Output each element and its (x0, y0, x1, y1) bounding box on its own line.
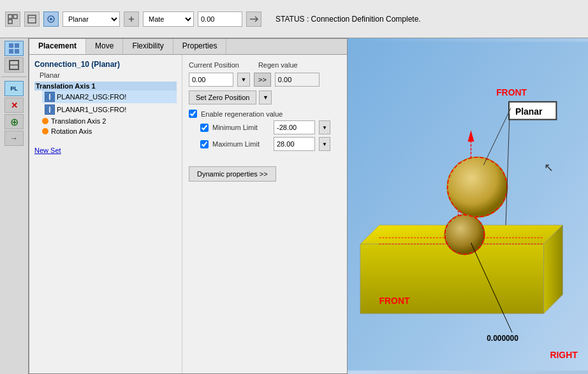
toolbar-icon-5[interactable] (246, 11, 261, 27)
tree-sub-item-2[interactable]: PLANAR1_USG:FRO! (42, 103, 177, 116)
left-icon-pl[interactable]: PL (4, 81, 24, 96)
svg-text:FRONT: FRONT (496, 87, 527, 97)
tree-sub-item-1[interactable]: PLANAR2_USG:FRO! (42, 90, 177, 103)
enable-regen-label: Enable regeneration value (201, 110, 283, 118)
status-text: STATUS : Connection Definition Complete. (276, 15, 421, 24)
tree-panel: Connection_10 (Planar) Planar Translatio… (29, 55, 182, 373)
position-input[interactable] (189, 73, 233, 87)
max-limit-row: Maximum Limit ▼ (200, 137, 341, 151)
dot-axis3 (42, 128, 48, 134)
svg-rect-13 (15, 49, 19, 54)
left-panel: PL ✕ ⊕ → (0, 38, 29, 374)
svg-rect-1 (13, 15, 17, 18)
svg-text:FRONT: FRONT (379, 296, 410, 306)
left-icon-add[interactable]: ⊕ (4, 114, 24, 129)
svg-rect-10 (9, 43, 13, 48)
position-dropdown-btn[interactable]: ▼ (237, 73, 250, 87)
dot-axis2 (42, 118, 48, 124)
arrow-button[interactable]: >> (254, 73, 271, 87)
sub-icon-2 (45, 104, 55, 115)
min-limit-checkbox[interactable] (200, 124, 209, 132)
tab-move[interactable]: Move (86, 39, 123, 54)
viewport[interactable]: FRONT Planar FRONT RIGHT 0.000000 ↖ (348, 38, 588, 374)
config-panel: Current Position Regen value ▼ >> Set Ze… (182, 55, 347, 373)
toolbar-icon-3[interactable] (43, 11, 59, 27)
min-limit-input[interactable] (274, 120, 315, 134)
new-set-link[interactable]: New Set (34, 147, 177, 154)
left-icon-arrow[interactable]: → (4, 131, 24, 146)
svg-rect-12 (9, 49, 13, 54)
tree-title: Connection_10 (Planar) (34, 60, 177, 69)
svg-text:0.000000: 0.000000 (487, 334, 518, 343)
dynamic-properties-button[interactable]: Dynamic properties >> (189, 166, 276, 182)
tree-axis2[interactable]: Translation Axis 2 (40, 116, 177, 126)
regen-input[interactable] (275, 73, 320, 87)
left-icon-2[interactable] (4, 57, 24, 73)
max-limit-dropdown[interactable]: ▼ (319, 137, 330, 151)
current-position-label: Current Position (189, 61, 239, 69)
set-zero-button[interactable]: Set Zero Position (189, 90, 256, 104)
set-zero-dropdown[interactable]: ▼ (259, 90, 272, 104)
svg-rect-3 (28, 15, 36, 23)
toolbar-icon-4[interactable] (124, 11, 139, 27)
position-row: ▼ >> (189, 73, 341, 87)
left-icon-x[interactable]: ✕ (4, 97, 24, 113)
tree-subtitle: Planar (40, 71, 177, 79)
toolbar-icon-2[interactable] (24, 11, 40, 27)
sub-icon-1 (45, 92, 55, 102)
tab-flexibility[interactable]: Flexibility (123, 39, 173, 54)
toolbar-icon-1[interactable] (5, 11, 20, 27)
placement-dropdown[interactable]: Planar (62, 11, 120, 27)
viewport-svg: FRONT Planar FRONT RIGHT 0.000000 ↖ (348, 38, 588, 374)
enable-regen-row: Enable regeneration value (189, 110, 341, 118)
left-icon-model[interactable] (4, 41, 24, 56)
svg-text:RIGHT: RIGHT (550, 350, 578, 360)
set-zero-row: Set Zero Position ▼ (189, 90, 341, 104)
toolbar: Planar Mate STATUS : Connection Definiti… (0, 0, 588, 38)
enable-regen-checkbox[interactable] (189, 110, 197, 118)
svg-rect-11 (15, 43, 19, 48)
svg-text:↖: ↖ (544, 161, 554, 174)
tab-properties[interactable]: Properties (173, 39, 227, 54)
svg-rect-0 (8, 15, 12, 18)
dialog-panel: Placement Move Flexibility Properties Co… (29, 38, 348, 374)
tab-bar: Placement Move Flexibility Properties (29, 39, 347, 55)
dialog-content: Connection_10 (Planar) Planar Translatio… (29, 55, 347, 373)
min-limit-row: Minimum Limit ▼ (200, 120, 341, 134)
mate-dropdown[interactable]: Mate (143, 11, 194, 27)
max-limit-input[interactable] (274, 137, 315, 151)
main-area: PL ✕ ⊕ → Placement Move Flexibility Prop… (0, 38, 588, 374)
sub-item-1-label: PLANAR2_USG:FRO! (57, 93, 126, 101)
min-limit-label: Minimum Limit (212, 124, 270, 131)
tab-placement[interactable]: Placement (29, 39, 86, 54)
axis2-label: Translation Axis 2 (51, 117, 106, 125)
tree-axis1[interactable]: Translation Axis 1 (34, 82, 177, 90)
tree-axis3[interactable]: Rotation Axis (40, 126, 177, 136)
min-limit-dropdown[interactable]: ▼ (319, 120, 330, 134)
svg-point-6 (50, 18, 52, 20)
svg-text:Planar: Planar (515, 106, 543, 117)
axis3-label: Rotation Axis (51, 127, 92, 135)
sub-item-2-label: PLANAR1_USG:FRO! (57, 106, 126, 113)
max-limit-checkbox[interactable] (200, 140, 209, 148)
max-limit-label: Maximum Limit (212, 140, 270, 148)
toolbar-value-input[interactable] (198, 11, 242, 27)
svg-rect-2 (8, 20, 12, 24)
regen-value-label: Regen value (258, 61, 298, 69)
